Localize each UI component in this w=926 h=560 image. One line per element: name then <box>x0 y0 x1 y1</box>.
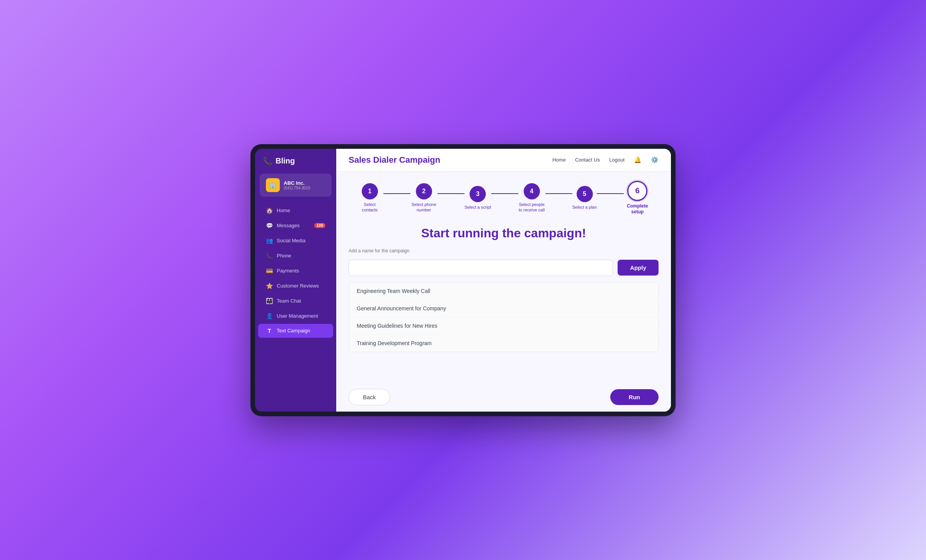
messages-icon: 💬 <box>266 222 273 229</box>
suggestions-list: Engineering Team Weekly Call General Ann… <box>349 282 659 352</box>
footer-buttons: Back Run <box>336 383 671 412</box>
step-4: 4 Select people to receive call <box>518 183 545 213</box>
nav-contact-link[interactable]: Contact Us <box>575 157 600 163</box>
sidebar-item-home[interactable]: 🏠 Home <box>258 203 333 218</box>
step-connector-1 <box>383 193 410 194</box>
step-label-2: Select phone number <box>410 202 437 213</box>
sidebar-label-payments: Payments <box>277 268 299 274</box>
reviews-icon: ⭐ <box>266 283 273 289</box>
sidebar-label-team-chat: Team Chat <box>277 298 301 304</box>
settings-icon[interactable]: ⚙️ <box>651 156 659 163</box>
step-6: 6 Complete setup <box>624 181 651 215</box>
input-label: Add a name for the campaign <box>349 248 409 254</box>
sidebar-label-users: User Management <box>277 313 318 319</box>
step-group-5: 5 Select a plan <box>572 186 624 210</box>
campaign-input-section: Add a name for the campaign Apply <box>349 248 659 276</box>
company-info: ABC Inc. (541) 754-3010 <box>284 180 310 190</box>
step-circle-3: 3 <box>470 186 486 202</box>
input-row: Apply <box>349 260 659 276</box>
sidebar-label-text-campaign: Text Campaign <box>277 328 310 334</box>
step-group-2: 2 Select phone number <box>410 183 465 213</box>
sidebar-label-social: Social Media <box>277 238 305 243</box>
sidebar-label-phone: Phone <box>277 253 291 259</box>
step-label-4: Select people to receive call <box>518 202 545 213</box>
step-label-1: Select contacts <box>356 202 383 213</box>
company-phone: (541) 754-3010 <box>284 186 310 190</box>
bell-icon[interactable]: 🔔 <box>634 156 642 163</box>
text-campaign-icon: T <box>266 328 273 334</box>
step-connector-5 <box>597 193 624 194</box>
sidebar-item-social-media[interactable]: 👥 Social Media <box>258 233 333 248</box>
step-group-3: 3 Select a script <box>465 186 518 210</box>
suggestion-item-3[interactable]: Training Development Program <box>349 335 658 352</box>
step-label-6: Complete setup <box>624 203 651 215</box>
run-button[interactable]: Run <box>610 389 659 405</box>
page-title: Sales Dialer Campaign <box>349 155 440 165</box>
sidebar-nav: 🏠 Home 💬 Messages 100 👥 Social Media 📞 P… <box>255 203 336 338</box>
sidebar-item-text-campaign[interactable]: T Text Campaign <box>258 324 333 338</box>
sidebar-label-home: Home <box>277 208 290 213</box>
device-frame: 📞 Bling 🏢 ABC Inc. (541) 754-3010 🏠 Home… <box>250 144 676 416</box>
step-1: 1 Select contacts <box>356 183 383 213</box>
sidebar-item-messages[interactable]: 💬 Messages 100 <box>258 218 333 233</box>
step-connector-4 <box>545 193 572 194</box>
company-card[interactable]: 🏢 ABC Inc. (541) 754-3010 <box>260 174 332 197</box>
step-connector-2 <box>437 193 465 194</box>
payments-icon: 💳 <box>266 267 273 274</box>
sidebar-label-reviews: Customer Reviews <box>277 283 319 289</box>
content-area: 1 Select contacts 2 Select phone number <box>336 172 671 383</box>
apply-button[interactable]: Apply <box>618 260 659 276</box>
phone-logo-icon: 📞 <box>263 157 272 166</box>
suggestion-item-2[interactable]: Meeting Guidelines for New Hires <box>349 317 658 335</box>
step-group-4: 4 Select people to receive call <box>518 183 572 213</box>
sidebar-item-phone[interactable]: 📞 Phone <box>258 249 333 263</box>
team-chat-icon: 👨‍👩‍👧 <box>266 298 273 305</box>
step-group-1: 1 Select contacts <box>356 183 410 213</box>
main-content: Sales Dialer Campaign Home Contact Us Lo… <box>336 149 671 412</box>
campaign-name-input[interactable] <box>349 260 613 276</box>
step-connector-3 <box>491 193 518 194</box>
sidebar-logo: 📞 Bling <box>255 157 336 174</box>
nav-logout-link[interactable]: Logout <box>609 157 625 163</box>
campaign-stepper: 1 Select contacts 2 Select phone number <box>349 181 659 215</box>
sidebar: 📞 Bling 🏢 ABC Inc. (541) 754-3010 🏠 Home… <box>255 149 336 412</box>
company-avatar: 🏢 <box>266 178 280 192</box>
phone-icon: 📞 <box>266 252 273 259</box>
step-circle-5: 5 <box>577 186 593 202</box>
sidebar-item-customer-reviews[interactable]: ⭐ Customer Reviews <box>258 279 333 293</box>
step-circle-4: 4 <box>524 183 540 199</box>
sidebar-item-user-management[interactable]: 👤 User Management <box>258 309 333 323</box>
messages-badge: 100 <box>314 223 325 228</box>
step-5: 5 Select a plan <box>572 186 597 210</box>
step-label-3: Select a script <box>465 204 491 210</box>
sidebar-item-payments[interactable]: 💳 Payments <box>258 264 333 278</box>
company-name: ABC Inc. <box>284 180 310 186</box>
step-label-5: Select a plan <box>572 204 597 210</box>
user-management-icon: 👤 <box>266 313 273 320</box>
step-circle-6: 6 <box>627 181 647 201</box>
nav-home-link[interactable]: Home <box>552 157 566 163</box>
step-circle-1: 1 <box>362 183 378 199</box>
sidebar-item-team-chat[interactable]: 👨‍👩‍👧 Team Chat <box>258 294 333 308</box>
suggestion-item-0[interactable]: Engineering Team Weekly Call <box>349 283 658 300</box>
step-3: 3 Select a script <box>465 186 491 210</box>
sidebar-label-messages: Messages <box>277 223 300 228</box>
home-icon: 🏠 <box>266 207 273 214</box>
campaign-heading: Start running the campaign! <box>349 226 659 240</box>
device-inner: 📞 Bling 🏢 ABC Inc. (541) 754-3010 🏠 Home… <box>255 149 671 412</box>
suggestion-item-1[interactable]: General Announcement for Company <box>349 300 658 317</box>
page-header: Sales Dialer Campaign Home Contact Us Lo… <box>336 149 671 172</box>
header-nav: Home Contact Us Logout 🔔 ⚙️ <box>552 156 659 163</box>
back-button[interactable]: Back <box>349 389 390 405</box>
app-name: Bling <box>276 157 295 165</box>
social-media-icon: 👥 <box>266 237 273 244</box>
step-2: 2 Select phone number <box>410 183 437 213</box>
step-circle-2: 2 <box>416 183 432 199</box>
